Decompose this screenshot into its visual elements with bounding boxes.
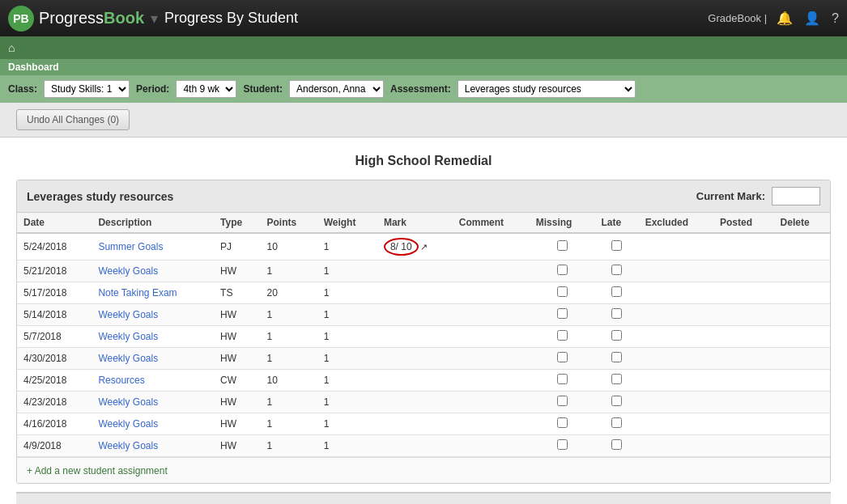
cell-mark[interactable]: 8/ 10↗	[377, 233, 453, 260]
cell-late[interactable]	[595, 348, 639, 370]
cell-missing[interactable]	[530, 326, 595, 348]
col-points: Points	[261, 213, 317, 233]
cell-late[interactable]	[595, 233, 639, 260]
class-select[interactable]: Study Skills: 1	[44, 80, 130, 98]
cell-weight: 1	[317, 413, 377, 435]
cell-late[interactable]	[595, 260, 639, 282]
cell-weight: 1	[317, 233, 377, 260]
col-late: Late	[595, 213, 639, 233]
cell-points: 10	[261, 370, 317, 392]
cell-late[interactable]	[595, 392, 639, 413]
cell-mark	[377, 304, 453, 326]
undo-button[interactable]: Undo All Changes (0)	[16, 109, 130, 130]
cell-late[interactable]	[595, 370, 639, 392]
col-description: Description	[92, 213, 214, 233]
header-arrow[interactable]: ▾	[151, 10, 158, 28]
cell-excluded	[639, 282, 713, 304]
cell-missing[interactable]	[530, 304, 595, 326]
cell-description[interactable]: Weekly Goals	[92, 348, 214, 370]
gradebook-label: GradeBook |	[708, 12, 767, 24]
student-label: Student:	[243, 83, 283, 95]
cell-comment	[453, 348, 530, 370]
student-select[interactable]: Anderson, Anna	[289, 80, 384, 98]
cell-weight: 1	[317, 326, 377, 348]
assessment-select[interactable]: Leverages study resources	[458, 80, 636, 98]
cell-missing[interactable]	[530, 282, 595, 304]
cell-late[interactable]	[595, 435, 639, 457]
cell-type: HW	[214, 326, 260, 348]
cell-description[interactable]: Note Taking Exam	[92, 282, 214, 304]
cell-description[interactable]: Weekly Goals	[92, 260, 214, 282]
cell-late[interactable]	[595, 304, 639, 326]
cell-delete	[774, 348, 830, 370]
cell-missing[interactable]	[530, 260, 595, 282]
section-title: High School Remedial	[16, 154, 831, 168]
cell-posted	[713, 282, 774, 304]
grade-table-container: Leverages study resources Current Mark: …	[16, 180, 831, 484]
help-icon[interactable]: ?	[832, 11, 839, 26]
cell-date: 4/9/2018	[17, 435, 92, 457]
cell-late[interactable]	[595, 282, 639, 304]
cell-posted	[713, 435, 774, 457]
cell-description[interactable]: Summer Goals	[92, 233, 214, 260]
cell-missing[interactable]	[530, 233, 595, 260]
cell-weight: 1	[317, 435, 377, 457]
cell-weight: 1	[317, 392, 377, 413]
cell-mark	[377, 392, 453, 413]
period-select[interactable]: 4th 9 wk	[176, 80, 236, 98]
cell-missing[interactable]	[530, 392, 595, 413]
cell-description[interactable]: Weekly Goals	[92, 304, 214, 326]
cell-weight: 1	[317, 370, 377, 392]
cell-posted	[713, 326, 774, 348]
add-assignment-link[interactable]: + Add a new student assignment	[27, 465, 168, 476]
col-type: Type	[214, 213, 260, 233]
current-mark-label: Current Mark:	[696, 190, 765, 202]
cell-delete	[774, 413, 830, 435]
cell-date: 5/24/2018	[17, 233, 92, 260]
class-label: Class:	[8, 83, 37, 95]
cell-mark	[377, 435, 453, 457]
cell-comment	[453, 260, 530, 282]
cell-comment	[453, 413, 530, 435]
cell-late[interactable]	[595, 413, 639, 435]
cell-description[interactable]: Weekly Goals	[92, 413, 214, 435]
nav-bar: ⌂	[0, 36, 847, 59]
current-mark-input[interactable]	[772, 187, 820, 205]
col-delete: Delete	[774, 213, 830, 233]
cell-points: 1	[261, 348, 317, 370]
cell-description[interactable]: Weekly Goals	[92, 435, 214, 457]
cell-type: HW	[214, 260, 260, 282]
cell-missing[interactable]	[530, 370, 595, 392]
col-weight: Weight	[317, 213, 377, 233]
cell-missing[interactable]	[530, 413, 595, 435]
cell-points: 20	[261, 282, 317, 304]
col-comment: Comment	[453, 213, 530, 233]
cell-date: 4/25/2018	[17, 370, 92, 392]
logo-icon: PB	[8, 6, 34, 32]
cell-delete	[774, 260, 830, 282]
cell-excluded	[639, 392, 713, 413]
cell-weight: 1	[317, 304, 377, 326]
bottom-add-bar: + Add a new student assignment for any r…	[16, 492, 831, 504]
cell-excluded	[639, 370, 713, 392]
cell-missing[interactable]	[530, 435, 595, 457]
cell-description[interactable]: Resources	[92, 370, 214, 392]
add-assignment-row: + Add a new student assignment	[17, 457, 830, 483]
cell-late[interactable]	[595, 326, 639, 348]
cell-description[interactable]: Weekly Goals	[92, 326, 214, 348]
logo-text: ProgressBook	[39, 9, 144, 28]
cell-points: 1	[261, 392, 317, 413]
cell-type: HW	[214, 304, 260, 326]
home-icon[interactable]: ⌂	[8, 41, 15, 54]
bell-icon[interactable]: 🔔	[777, 11, 793, 26]
cell-missing[interactable]	[530, 348, 595, 370]
col-date: Date	[17, 213, 92, 233]
cell-mark	[377, 348, 453, 370]
col-excluded: Excluded	[639, 213, 713, 233]
cell-description[interactable]: Weekly Goals	[92, 392, 214, 413]
cell-type: HW	[214, 392, 260, 413]
user-icon[interactable]: 👤	[804, 11, 820, 26]
cell-date: 4/16/2018	[17, 413, 92, 435]
cell-posted	[713, 413, 774, 435]
table-row: 4/25/2018ResourcesCW101	[17, 370, 830, 392]
